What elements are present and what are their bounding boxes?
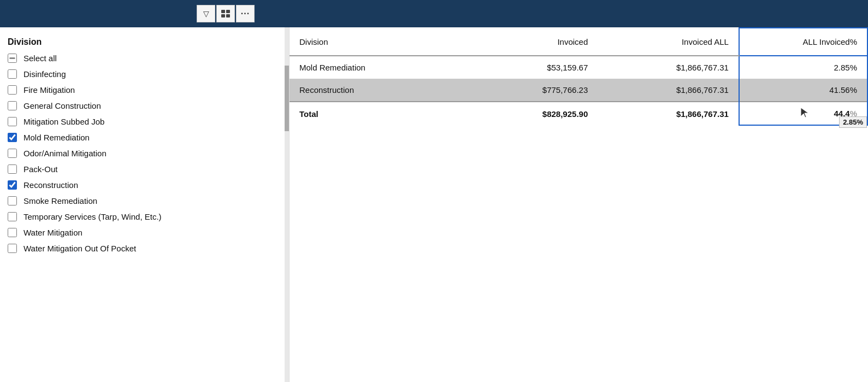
main-content: Division Select all Disinfecting Fire Mi… <box>0 27 868 382</box>
table-panel: Division Invoiced Invoiced ALL ALL Invoi… <box>290 27 868 382</box>
filter-item-select-all[interactable]: Select all <box>0 50 289 66</box>
filter-item-reconstruction[interactable]: Reconstruction <box>0 177 289 193</box>
filter-item-general-construction[interactable]: General Construction <box>0 98 289 114</box>
odor-animal-checkbox[interactable] <box>8 149 17 158</box>
temporary-services-checkbox[interactable] <box>8 212 17 221</box>
mitigation-subbed-label: Mitigation Subbed Job <box>23 117 104 126</box>
cell-division: Mold Remediation <box>290 56 469 79</box>
fire-mitigation-checkbox[interactable] <box>8 85 17 95</box>
smoke-remediation-checkbox[interactable] <box>8 196 17 205</box>
general-construction-label: General Construction <box>23 101 101 110</box>
filter-item-water-mitigation-oop[interactable]: Water Mitigation Out Of Pocket <box>0 240 289 256</box>
filter-item-smoke-remediation[interactable]: Smoke Remediation <box>0 193 289 209</box>
general-construction-checkbox[interactable] <box>8 101 17 110</box>
filter-item-disinfecting[interactable]: Disinfecting <box>0 66 289 82</box>
cell-all-invoiced-pct: 2.85% <box>739 56 867 79</box>
select-all-label: Select all <box>23 54 57 63</box>
data-table: Division Invoiced Invoiced ALL ALL Invoi… <box>290 27 868 126</box>
cell-invoiced-all: $1,866,767.31 <box>598 56 739 79</box>
disinfecting-checkbox[interactable] <box>8 69 17 79</box>
column-header-division: Division <box>290 28 469 56</box>
table-row: Mold Remediation $53,159.67 $1,866,767.3… <box>290 56 867 79</box>
svg-marker-4 <box>801 108 808 117</box>
svg-rect-2 <box>221 14 225 17</box>
pack-out-checkbox[interactable] <box>8 164 17 174</box>
mold-remediation-label: Mold Remediation <box>23 133 90 142</box>
table-header-row: Division Invoiced Invoiced ALL ALL Invoi… <box>290 28 867 56</box>
pack-out-label: Pack-Out <box>23 164 58 174</box>
filter-item-water-mitigation[interactable]: Water Mitigation <box>0 225 289 240</box>
table-total-row: Total $828,925.90 $1,866,767.31 44.4% 2.… <box>290 102 867 125</box>
cell-division: Reconstruction <box>290 79 469 102</box>
filter-item-temporary-services[interactable]: Temporary Services (Tarp, Wind, Etc.) <box>0 209 289 225</box>
filter-panel-title: Division <box>0 33 289 50</box>
svg-rect-1 <box>226 10 230 13</box>
reconstruction-label: Reconstruction <box>23 180 78 190</box>
cell-invoiced-all: $1,866,767.31 <box>598 79 739 102</box>
column-header-invoiced-all: Invoiced ALL <box>598 28 739 56</box>
column-header-all-invoiced-pct: ALL Invoiced% <box>739 28 867 56</box>
filter-item-pack-out[interactable]: Pack-Out <box>0 161 289 177</box>
disinfecting-label: Disinfecting <box>23 69 66 79</box>
temporary-services-label: Temporary Services (Tarp, Wind, Etc.) <box>23 212 162 221</box>
scrollbar-track[interactable] <box>285 27 289 382</box>
more-options-button[interactable]: ··· <box>236 5 255 22</box>
table-button[interactable] <box>216 5 235 22</box>
water-mitigation-checkbox[interactable] <box>8 228 17 237</box>
filter-panel: Division Select all Disinfecting Fire Mi… <box>0 27 290 382</box>
cell-total-invoiced: $828,925.90 <box>469 102 598 125</box>
svg-rect-3 <box>226 14 230 17</box>
filter-item-odor-animal[interactable]: Odor/Animal Mitigation <box>0 145 289 161</box>
mold-remediation-checkbox[interactable] <box>8 133 17 142</box>
cell-total-label: Total <box>290 102 469 125</box>
filter-item-mitigation-subbed-job[interactable]: Mitigation Subbed Job <box>0 114 289 130</box>
svg-rect-0 <box>221 10 225 13</box>
cursor-icon <box>800 107 810 120</box>
fire-mitigation-label: Fire Mitigation <box>23 85 75 95</box>
top-bar: ▽ ··· <box>0 0 868 27</box>
toolbar-icons: ▽ ··· <box>197 5 255 22</box>
table-row: Reconstruction $775,766.23 $1,866,767.31… <box>290 79 867 102</box>
tooltip: 2.85% <box>839 116 867 128</box>
select-all-checkbox[interactable] <box>8 54 17 63</box>
cell-all-invoiced-pct: 41.56% <box>739 79 867 102</box>
odor-animal-label: Odor/Animal Mitigation <box>23 149 107 158</box>
reconstruction-checkbox[interactable] <box>8 180 17 190</box>
water-mitigation-oop-checkbox[interactable] <box>8 244 17 253</box>
cell-total-invoiced-all: $1,866,767.31 <box>598 102 739 125</box>
cell-invoiced: $53,159.67 <box>469 56 598 79</box>
filter-button[interactable]: ▽ <box>197 5 215 22</box>
smoke-remediation-label: Smoke Remediation <box>23 196 97 205</box>
cell-total-all-invoiced-pct: 44.4% 2.85% <box>739 102 867 125</box>
mitigation-subbed-checkbox[interactable] <box>8 117 17 126</box>
scrollbar-thumb[interactable] <box>285 66 289 131</box>
filter-item-fire-mitigation[interactable]: Fire Mitigation <box>0 82 289 98</box>
column-header-invoiced: Invoiced <box>469 28 598 56</box>
water-mitigation-oop-label: Water Mitigation Out Of Pocket <box>23 244 136 253</box>
filter-item-mold-remediation[interactable]: Mold Remediation <box>0 130 289 145</box>
water-mitigation-label: Water Mitigation <box>23 228 82 237</box>
cell-invoiced: $775,766.23 <box>469 79 598 102</box>
